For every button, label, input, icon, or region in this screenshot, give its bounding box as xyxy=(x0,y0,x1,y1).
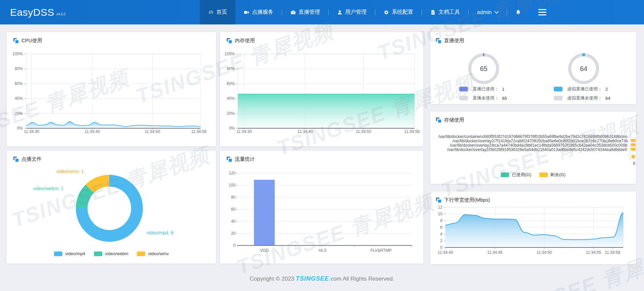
card-title: 直播使用 xyxy=(436,38,464,44)
storage-path-label: /var/lib/docker/containers/b93f553f27d16… xyxy=(438,134,627,139)
svg-text:80%: 80% xyxy=(15,66,23,71)
storage-axis-line xyxy=(630,132,630,160)
card-title: 存储使用 xyxy=(436,117,464,123)
nav-item-live-manage[interactable]: 直播管理 xyxy=(282,0,328,24)
storage-bar-remaining xyxy=(631,139,636,142)
chart-corner-icon xyxy=(13,38,19,44)
storage-bar-remaining xyxy=(632,155,635,158)
legend-swatch xyxy=(459,96,468,100)
tsingsee-logo: TSINGSEE xyxy=(296,275,329,282)
document-icon xyxy=(430,10,436,15)
svg-text:0%: 0% xyxy=(17,126,23,131)
legend-item[interactable]: 已使用(G) xyxy=(501,172,531,178)
legend-swatch xyxy=(137,251,145,256)
user-menu[interactable]: admin xyxy=(469,0,506,24)
svg-text:11:34:30: 11:34:30 xyxy=(236,129,252,134)
storage-usage-card: 存储使用 /var/lib/docker/containers/b93f553f… xyxy=(430,112,636,184)
vod-files-donut-chart xyxy=(76,175,143,242)
storage-clipped-label: 8 xyxy=(633,161,635,166)
legend-item[interactable]: video/webm xyxy=(94,251,128,256)
legend-item[interactable]: video/wmv xyxy=(137,251,168,256)
gauge-value: 65 xyxy=(480,65,487,73)
nav-item-system-config[interactable]: 系统配置 xyxy=(375,0,422,24)
legend-swatch xyxy=(501,172,509,177)
cpu-usage-card: CPU使用 100%80%60%40%20%0%11:34:3011:34:40… xyxy=(7,32,216,146)
svg-text:10: 10 xyxy=(438,212,443,216)
dashboard-icon xyxy=(208,10,214,15)
app-logo[interactable]: EasyDSS v4.6.0 xyxy=(10,0,65,24)
svg-text:6: 6 xyxy=(440,225,442,230)
nav-item-home[interactable]: 首页 xyxy=(200,0,235,24)
svg-text:100: 100 xyxy=(229,183,235,188)
svg-text:0%: 0% xyxy=(229,126,235,131)
svg-text:11:34:45: 11:34:45 xyxy=(487,250,502,255)
legend-swatch xyxy=(539,172,548,177)
nav-item-user-manage[interactable]: 用户管理 xyxy=(329,0,375,24)
svg-text:11:34:58: 11:34:58 xyxy=(404,129,420,134)
svg-text:12: 12 xyxy=(438,205,443,210)
vod-files-card: 点播文件 video/wmv: 1 video/webm: 1 video/mp… xyxy=(7,151,216,264)
legend-item[interactable]: 直播未使用： 65 xyxy=(459,95,507,101)
nav-item-label: 首页 xyxy=(216,9,227,16)
svg-text:40%: 40% xyxy=(227,96,235,101)
user-icon xyxy=(337,10,342,15)
app-title: EasyDSS xyxy=(10,7,54,18)
svg-text:40: 40 xyxy=(231,219,236,224)
vod-camera-icon xyxy=(244,10,249,15)
svg-text:11:34:58: 11:34:58 xyxy=(191,129,207,134)
legend-item[interactable]: 虚拟直播已使用： 2 xyxy=(554,86,608,92)
svg-text:11:34:58: 11:34:58 xyxy=(605,250,620,255)
top-navbar: EasyDSS v4.6.0 首页 点播服务 直播管理 xyxy=(0,0,644,24)
legend-item[interactable]: 直播已使用： 1 xyxy=(459,86,504,92)
chart-corner-icon xyxy=(13,157,19,162)
nav-item-label: 文档工具 xyxy=(438,9,460,16)
svg-text:VOD: VOD xyxy=(260,248,269,253)
svg-text:FLV&RTMP: FLV&RTMP xyxy=(371,248,392,253)
svg-text:2: 2 xyxy=(440,238,442,243)
svg-text:8: 8 xyxy=(440,218,442,223)
nav-item-vod-service[interactable]: 点播服务 xyxy=(235,0,282,24)
legend-item[interactable]: 剩余(G) xyxy=(539,172,566,178)
storage-path-label: /var/lib/docker/overlay2/0b02f8919536326… xyxy=(447,147,627,152)
chart-corner-icon xyxy=(227,157,232,162)
svg-text:100%: 100% xyxy=(12,52,23,56)
cpu-usage-chart: 100%80%60%40%20%0%11:34:3011:34:4011:34:… xyxy=(7,32,216,146)
legend-swatch xyxy=(94,251,102,256)
chart-corner-icon xyxy=(436,118,441,123)
svg-text:80%: 80% xyxy=(227,66,235,71)
svg-text:11:34:40: 11:34:40 xyxy=(298,129,313,134)
donut-callout-wmv: video/wmv: 1 xyxy=(56,169,84,174)
svg-text:4: 4 xyxy=(440,232,442,236)
svg-text:11:34:50: 11:34:50 xyxy=(356,129,371,134)
card-title: 点播文件 xyxy=(13,156,42,162)
svg-text:100%: 100% xyxy=(224,52,235,56)
svg-text:20: 20 xyxy=(231,231,236,236)
legend-swatch xyxy=(554,87,562,91)
svg-text:120: 120 xyxy=(229,171,235,175)
notifications-button[interactable] xyxy=(507,0,530,24)
storage-bar-remaining xyxy=(631,143,636,146)
hamburger-menu-icon[interactable] xyxy=(538,9,546,15)
nav-item-doc-tools[interactable]: 文档工具 xyxy=(422,0,468,24)
donut-hole xyxy=(88,187,131,230)
bell-icon xyxy=(515,9,521,15)
vod-legend: video/mp4 video/webm video/wmv xyxy=(7,251,216,256)
legend-item[interactable]: video/mp4 xyxy=(54,251,85,256)
card-title: 流量统计 xyxy=(227,156,255,162)
svg-text:60: 60 xyxy=(231,207,236,212)
chart-corner-icon xyxy=(436,198,441,203)
svg-text:11:34:50: 11:34:50 xyxy=(537,250,552,255)
legend-item[interactable]: 虚拟直播未使用： 64 xyxy=(554,95,610,101)
traffic-stats-card: 流量统计 120100806040200VODHLSFLV&RTMP xyxy=(220,151,423,264)
gear-icon xyxy=(384,10,389,15)
bandwidth-usage-card: 下行带宽使用(Mbps) 12108642011:34:4011:34:4511… xyxy=(430,192,636,264)
svg-text:11:34:30: 11:34:30 xyxy=(24,129,39,134)
live-tv-icon xyxy=(290,10,296,15)
card-title: CPU使用 xyxy=(13,38,42,44)
live-usage-card: 直播使用 65 64 直播已使用： 1 直播未使用： 65 虚拟直播已使用： 2… xyxy=(430,32,636,104)
svg-text:11:34:55: 11:34:55 xyxy=(586,250,601,255)
svg-text:11:34:40: 11:34:40 xyxy=(438,250,453,255)
svg-text:HLS: HLS xyxy=(319,248,326,253)
svg-text:0: 0 xyxy=(440,245,442,250)
app-version: v4.6.0 xyxy=(56,12,65,16)
